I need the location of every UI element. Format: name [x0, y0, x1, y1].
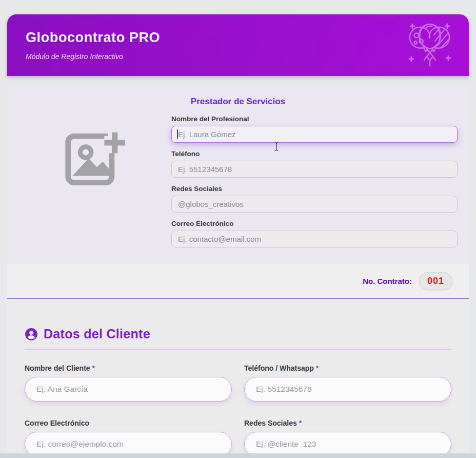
client-section-heading: Datos del Cliente [25, 299, 451, 350]
field-professional-name: Nombre del Profesional [171, 115, 458, 143]
photo-column [18, 115, 171, 255]
client-social-label-text: Redes Sociales [244, 419, 297, 427]
app-header: Globocontrato PRO Módulo de Registro Int… [7, 14, 469, 76]
client-name-input[interactable] [25, 377, 232, 402]
text-cursor-icon [273, 142, 280, 151]
professional-name-input[interactable] [171, 126, 458, 143]
viewport-bottom-strip [0, 453, 476, 458]
add-photo-icon [63, 127, 127, 189]
client-fields-grid: Nombre del Cliente * Teléfono / Whatsapp… [25, 364, 451, 456]
client-name-label-text: Nombre del Cliente [25, 364, 90, 372]
client-social-input[interactable] [244, 432, 451, 456]
contract-number-label: No. Contrato: [363, 277, 412, 285]
field-client-phone: Teléfono / Whatsapp * [244, 364, 451, 402]
client-email-label: Correo Electrónico [25, 419, 232, 427]
provider-section-title: Prestador de Servicios [18, 97, 458, 107]
required-asterisk: * [316, 364, 319, 372]
provider-phone-input[interactable] [171, 161, 458, 178]
field-provider-social: Redes Sociales [171, 185, 458, 213]
client-email-label-text: Correo Electrónico [25, 419, 89, 427]
field-client-email: Correo Electrónico [25, 419, 232, 456]
provider-email-input[interactable] [171, 231, 458, 247]
client-name-label: Nombre del Cliente * [25, 364, 232, 372]
user-icon [25, 328, 38, 341]
contract-number-row: No. Contrato: 001 [7, 264, 469, 299]
balloon-icon [404, 20, 455, 73]
app-title: Globocontrato PRO [26, 30, 450, 46]
provider-phone-label: Teléfono [171, 150, 458, 158]
client-phone-label-text: Teléfono / Whatsapp [244, 364, 314, 372]
provider-fields: Nombre del Profesional Teléfono Redes So… [171, 115, 458, 255]
form-card: Globocontrato PRO Módulo de Registro Int… [7, 14, 469, 458]
provider-section: Prestador de Servicios [7, 86, 469, 264]
provider-social-input[interactable] [171, 196, 458, 213]
client-section: Datos del Cliente Nombre del Cliente * T… [7, 299, 469, 458]
required-asterisk: * [299, 419, 302, 427]
app-subtitle: Módulo de Registro Interactivo [26, 52, 450, 61]
page: Globocontrato PRO Módulo de Registro Int… [0, 0, 476, 458]
client-phone-label: Teléfono / Whatsapp * [244, 364, 451, 372]
client-social-label: Redes Sociales * [244, 419, 451, 427]
field-client-name: Nombre del Cliente * [25, 364, 232, 402]
contract-number-badge: 001 [419, 272, 452, 290]
field-client-social: Redes Sociales * [244, 419, 451, 456]
client-email-input[interactable] [25, 432, 232, 456]
form-body: Prestador de Servicios [7, 86, 469, 458]
photo-upload-button[interactable] [63, 127, 127, 190]
required-asterisk: * [92, 364, 94, 372]
text-caret [177, 129, 178, 139]
field-provider-phone: Teléfono [171, 150, 458, 178]
client-section-title: Datos del Cliente [44, 327, 150, 341]
field-provider-email: Correo Electrónico [171, 220, 458, 247]
client-phone-input[interactable] [244, 377, 451, 402]
professional-name-label: Nombre del Profesional [171, 115, 458, 123]
provider-social-label: Redes Sociales [171, 185, 458, 193]
provider-email-label: Correo Electrónico [171, 220, 458, 227]
